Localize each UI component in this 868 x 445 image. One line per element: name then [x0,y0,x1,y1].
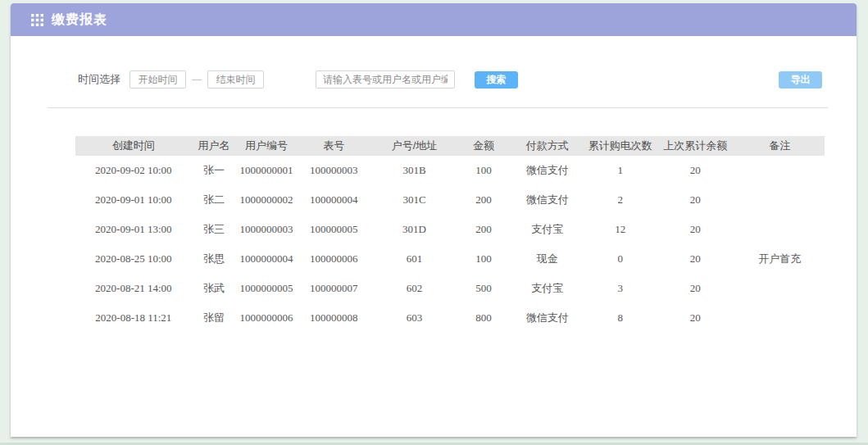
table-cell: 支付宝 [510,215,584,244]
column-header: 备注 [734,136,825,156]
table-cell: 现金 [510,244,584,274]
table-header-row: 创建时间用户名用户编号表号户号/地址金额付款方式累计购电次数上次累计余额备注 [75,136,825,156]
table-cell: 20 [656,215,734,244]
table-body: 2020-09-02 10:00张一1000000001100000003301… [75,156,825,333]
table-cell: 2020-08-18 11:21 [75,303,192,333]
table-cell: 2 [584,185,656,215]
table-cell: 2020-08-25 10:00 [75,244,192,274]
report-table: 创建时间用户名用户编号表号户号/地址金额付款方式累计购电次数上次累计余额备注 2… [75,136,825,333]
table-cell: 微信支付 [510,185,584,215]
table-cell: 张武 [192,274,237,303]
table-cell: 开户首充 [734,244,825,274]
table-cell: 张思 [192,244,237,274]
table-cell: 602 [371,274,457,303]
report-card: 缴费报表 时间选择 — 搜索 导出 创建时间用户名用户编号表号户号/地址金额付款… [11,3,857,437]
table-cell [734,156,825,185]
export-button[interactable]: 导出 [779,71,822,89]
page-title: 缴费报表 [52,11,107,29]
table-cell: 2020-08-21 14:00 [75,274,192,303]
table-row: 2020-09-01 13:00张三1000000003100000005301… [75,215,825,244]
filter-bar: 时间选择 — 搜索 导出 [48,70,828,89]
table-cell: 100000004 [297,185,371,215]
search-button[interactable]: 搜索 [475,71,518,89]
table-cell: 100 [457,156,510,185]
keyword-search-input[interactable] [316,70,455,89]
table-cell [734,274,825,303]
table-cell: 200 [457,215,510,244]
table-cell: 张二 [192,185,237,215]
table-cell: 1000000005 [236,274,296,303]
table-cell: 1 [584,156,656,185]
table-cell: 500 [457,274,510,303]
table-cell: 200 [457,185,510,215]
table-cell: 100000005 [297,215,371,244]
table-cell: 100000003 [297,156,371,185]
table-cell: 支付宝 [510,274,584,303]
card-body: 时间选择 — 搜索 导出 创建时间用户名用户编号表号户号/地址金额付款方式累计购… [11,36,857,333]
table-cell: 603 [371,303,457,333]
table-row: 2020-09-01 10:00张二1000000002100000004301… [75,185,825,215]
table-row: 2020-08-18 11:21张留1000000006100000008603… [75,303,825,333]
table-cell: 张三 [192,215,237,244]
table-cell: 301B [371,156,457,185]
column-header: 创建时间 [75,136,192,156]
table-cell [734,215,825,244]
table-cell: 1000000006 [236,303,296,333]
table-row: 2020-08-25 10:00张思1000000004100000006601… [75,244,825,274]
table-cell: 微信支付 [510,303,584,333]
table-cell: 1000000002 [236,185,296,215]
table-cell: 20 [656,244,734,274]
table-cell: 100 [457,244,510,274]
table-cell: 3 [584,274,656,303]
table-cell: 2020-09-01 10:00 [75,185,192,215]
table-cell: 1000000004 [236,244,296,274]
table-cell: 张一 [192,156,237,185]
table-cell: 301D [371,215,457,244]
end-time-input[interactable] [207,70,264,89]
table-cell: 8 [584,303,656,333]
apps-grid-icon [31,14,43,26]
table-cell: 20 [656,185,734,215]
table-cell: 2020-09-01 13:00 [75,215,192,244]
table-cell: 20 [656,156,734,185]
column-header: 累计购电次数 [584,136,656,156]
column-header: 上次累计余额 [656,136,734,156]
table-cell: 1000000001 [236,156,296,185]
table-row: 2020-08-21 14:00张武1000000005100000007602… [75,274,825,303]
column-header: 用户编号 [236,136,296,156]
table-cell: 0 [584,244,656,274]
table-cell [734,185,825,215]
table-cell: 601 [371,244,457,274]
time-range-separator: — [192,74,202,85]
table-cell: 100000007 [297,274,371,303]
column-header: 用户名 [192,136,237,156]
table-container: 创建时间用户名用户编号表号户号/地址金额付款方式累计购电次数上次累计余额备注 2… [75,136,825,333]
app-header: 缴费报表 [11,3,857,36]
table-row: 2020-09-02 10:00张一1000000001100000003301… [75,156,825,185]
start-time-input[interactable] [130,70,186,89]
table-cell [734,303,825,333]
table-cell: 1000000003 [236,215,296,244]
table-cell: 微信支付 [510,156,584,185]
table-cell: 2020-09-02 10:00 [75,156,192,185]
table-cell: 800 [457,303,510,333]
filter-divider [48,107,828,108]
table-cell: 20 [656,274,734,303]
column-header: 金额 [457,136,510,156]
table-cell: 12 [584,215,656,244]
table-cell: 100000008 [297,303,371,333]
table-cell: 301C [371,185,457,215]
table-cell: 张留 [192,303,237,333]
table-cell: 100000006 [297,244,371,274]
column-header: 户号/地址 [371,136,457,156]
column-header: 表号 [297,136,371,156]
table-cell: 20 [656,303,734,333]
time-range-label: 时间选择 [78,72,120,87]
column-header: 付款方式 [510,136,584,156]
